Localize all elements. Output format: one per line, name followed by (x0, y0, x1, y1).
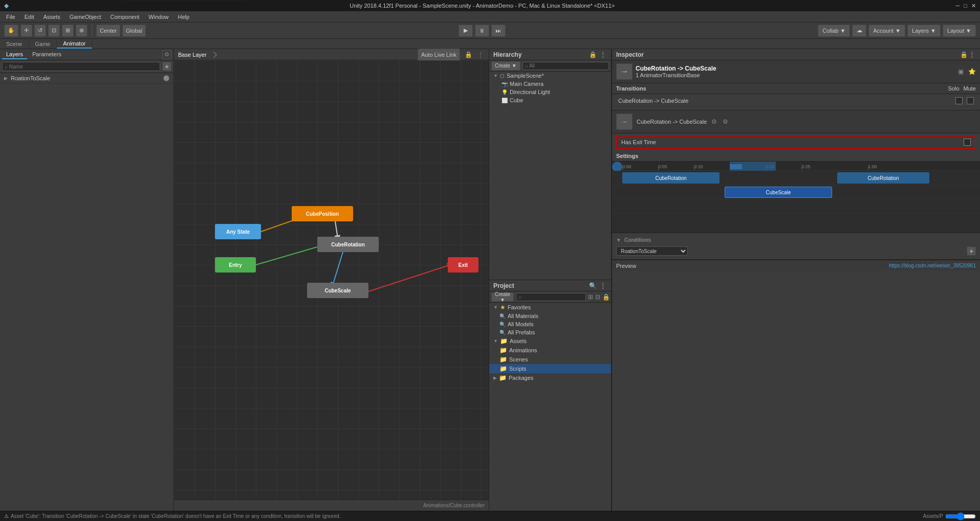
hierarchy-main-camera[interactable]: 📷 Main Camera (497, 80, 611, 88)
scale-tool-button[interactable]: ⊡ (48, 25, 60, 37)
hand-tool-button[interactable]: ✋ (4, 25, 18, 37)
hierarchy-cube[interactable]: ⬜ Cube (497, 96, 611, 104)
project-all-materials[interactable]: 🔍 All Materials (489, 312, 611, 320)
step-button[interactable]: ⏭ (491, 25, 506, 37)
condition-select-1[interactable]: RoationToScale (616, 246, 688, 256)
statusbar: ⚠ Asset 'Cube': Transition 'CubeRotation… (0, 511, 980, 521)
project-lock-icon[interactable]: 🔒 (602, 293, 610, 301)
inspector-lock-icon[interactable]: 🔒 (960, 51, 968, 59)
project-more-icon[interactable]: ⋮ (599, 282, 607, 290)
conditions-triangle-icon: ▼ (616, 237, 621, 243)
menu-window[interactable]: Window (144, 13, 172, 21)
tick-1: 0:05 (658, 162, 667, 170)
transition-solo-checkbox[interactable] (955, 97, 963, 104)
hierarchy-toolbar: Create ▼ (489, 60, 611, 72)
tab-animator[interactable]: Animator (57, 39, 92, 49)
favorites-label: Favorites (508, 304, 531, 310)
has-exit-time-checkbox[interactable] (964, 139, 971, 146)
transition-detail-gear-icon[interactable]: ⚙ (710, 118, 718, 126)
maximize-button[interactable]: □ (964, 3, 967, 9)
global-button[interactable]: Global (122, 25, 146, 37)
rect-tool-button[interactable]: ⊞ (62, 25, 74, 37)
play-button[interactable]: ▶ (459, 25, 473, 37)
hierarchy-create-button[interactable]: Create ▼ (491, 61, 520, 71)
project-animations-folder[interactable]: 📁 Animations (489, 346, 611, 355)
hierarchy-more-icon[interactable]: ⋮ (599, 51, 607, 59)
project-search-input[interactable] (516, 293, 586, 301)
collab-button[interactable]: Collab ▼ (818, 25, 850, 37)
conditions-header: ▼ Conditions (616, 235, 976, 245)
animator-canvas[interactable]: Any State Entry CubePosition CubeRotatio… (174, 60, 489, 500)
project-expand-icon[interactable]: ⊞ (588, 293, 593, 301)
node-cube-rotation[interactable]: CubeRotation (317, 237, 379, 252)
menu-help[interactable]: Help (173, 13, 193, 21)
project-scenes-folder[interactable]: 📁 Scenes (489, 355, 611, 364)
menu-gameobject[interactable]: GameObject (66, 13, 105, 21)
scene-triangle-icon: ▼ (493, 73, 498, 78)
lock-icon[interactable]: 🔒 (464, 51, 472, 59)
add-layer-button[interactable]: + (162, 62, 171, 71)
close-button[interactable]: ✕ (971, 3, 976, 9)
node-entry[interactable]: Entry (215, 257, 256, 273)
directional-light-label: Directional Light (510, 89, 550, 95)
project-assets-folder[interactable]: ▼ 📁 Assets (489, 336, 611, 346)
hierarchy-scene-item[interactable]: ▼ ⬡ SampleScene* (489, 72, 611, 80)
tab-game[interactable]: Game (29, 40, 57, 48)
inspector-title-icon2[interactable]: ⭐ (968, 67, 976, 76)
node-cube-scale[interactable]: CubeScale (307, 283, 368, 298)
account-button[interactable]: Account ▼ (868, 25, 905, 37)
project-favorites-folder[interactable]: ▼ ★ Favorites (489, 303, 611, 312)
move-tool-button[interactable]: ✛ (20, 25, 32, 37)
hierarchy-search-input[interactable] (522, 62, 609, 70)
assets-slider[interactable] (945, 512, 976, 520)
inspector-title-icon1[interactable]: ▣ (956, 67, 965, 76)
hierarchy-directional-light[interactable]: 💡 Directional Light (497, 88, 611, 96)
inspector-title-texts: CubeRotation -> CubeScale 1 AnimatorTran… (636, 65, 716, 78)
transition-detail-settings-icon[interactable]: ⚙ (721, 118, 729, 126)
project-collapse-icon[interactable]: ⊟ (595, 293, 600, 301)
transition-mute-checkbox[interactable] (967, 97, 974, 104)
pause-button[interactable]: ⏸ (475, 25, 489, 37)
hierarchy-lock-icon[interactable]: 🔒 (589, 51, 597, 59)
main-camera-label: Main Camera (510, 81, 543, 87)
tab-scene[interactable]: Scene (0, 40, 29, 48)
project-search-icon[interactable]: 🔍 (589, 282, 597, 290)
project-all-prefabs[interactable]: 🔍 All Prefabs (489, 328, 611, 336)
transition-divider (616, 106, 976, 107)
project-content-pane (123, 0, 246, 1)
layers-button[interactable]: Layers ▼ (907, 25, 941, 37)
titlebar-controls[interactable]: ─ □ ✕ (956, 3, 976, 9)
minimize-button[interactable]: ─ (956, 3, 960, 9)
cloud-button[interactable]: ☁ (852, 25, 866, 37)
menu-component[interactable]: Component (106, 13, 143, 21)
menu-edit[interactable]: Edit (20, 13, 38, 21)
layout-button[interactable]: Layout ▼ (943, 25, 976, 37)
statusbar-right: Assets/P (923, 512, 976, 520)
auto-live-link-button[interactable]: Auto Live Link (418, 49, 460, 61)
project-create-button[interactable]: Create ▼ (491, 292, 514, 302)
playhead-circle[interactable] (612, 162, 622, 172)
more-icon[interactable]: ⋮ (476, 51, 485, 59)
add-condition-button[interactable]: + (967, 246, 976, 256)
project-header-icons: 🔍 ⋮ (589, 282, 607, 290)
center-button[interactable]: Center (96, 25, 120, 37)
project-all-models[interactable]: 🔍 All Models (489, 320, 611, 328)
tab-parameters[interactable]: Parameters (28, 50, 66, 59)
transform-tool-button[interactable]: ⊕ (76, 25, 88, 37)
project-packages-folder[interactable]: ▶ 📁 Packages (489, 373, 611, 382)
node-cube-position[interactable]: CubePosition (292, 206, 353, 221)
rotate-tool-button[interactable]: ↺ (34, 25, 46, 37)
assets-label-status: Assets/P (923, 513, 943, 519)
node-exit[interactable]: Exit (448, 257, 478, 273)
tab-layers[interactable]: Layers (2, 50, 27, 59)
settings-icon[interactable]: ⚙ (162, 50, 171, 59)
node-any-state[interactable]: Any State (215, 224, 261, 239)
layer-item-roation-to-scale[interactable]: ▶ RoationToScale (0, 73, 173, 84)
transition-list-item[interactable]: CubeRotation -> CubeScale (616, 96, 976, 105)
animator-panel: Base Layer Auto Live Link 🔒 ⋮ (174, 49, 489, 511)
inspector-more-icon[interactable]: ⋮ (968, 51, 976, 59)
layer-search-input[interactable] (2, 62, 160, 71)
menu-assets[interactable]: Assets (39, 13, 64, 21)
project-scripts-folder[interactable]: 📁 Scripts (489, 364, 611, 373)
menu-file[interactable]: File (2, 13, 19, 21)
